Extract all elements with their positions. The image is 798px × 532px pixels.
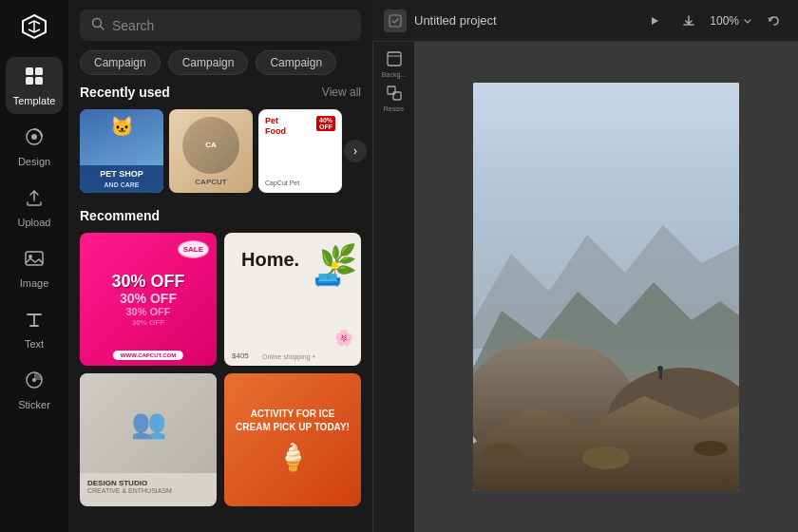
background-label: Backg... [382, 71, 406, 78]
zoom-control[interactable]: 100% [710, 14, 752, 28]
zoom-value: 100% [710, 14, 739, 28]
recommend-card-thirty-off[interactable]: 30% OFF 30% OFF 30% OFF 30% OFF WWW.CAPC… [80, 233, 217, 366]
recommend-grid: 30% OFF 30% OFF 30% OFF 30% OFF WWW.CAPC… [80, 233, 361, 506]
svg-rect-15 [393, 92, 401, 100]
panel-content: Recently used View all 🐱 PET SHOP AND CA… [68, 85, 372, 532]
svg-rect-1 [35, 67, 43, 75]
text-icon [24, 309, 45, 334]
recently-thumb-petfood[interactable]: PetFood 40%OFF CapCut Pet [258, 109, 342, 193]
view-all-link[interactable]: View all [322, 86, 361, 99]
svg-rect-2 [26, 77, 33, 85]
sticker-icon [24, 370, 45, 395]
scroll-right-arrow[interactable]: › [344, 140, 367, 162]
project-name[interactable]: Untitled project [414, 13, 634, 28]
background-tool[interactable]: Backg... [379, 49, 409, 80]
recently-thumb-pet-shop[interactable]: 🐱 PET SHOP AND CARE [80, 109, 163, 193]
svg-rect-0 [26, 67, 33, 75]
app-logo[interactable] [15, 8, 53, 46]
recommend-header: Recommend [80, 208, 361, 223]
sidebar-item-label-sticker: Sticker [18, 399, 50, 410]
recently-thumb-capcut[interactable]: CA CAPCUT [169, 109, 253, 193]
filter-chips: Campaign Campaign Campaign [68, 50, 372, 85]
template-panel: Campaign Campaign Campaign Recently used… [68, 0, 372, 532]
studio-sub: CREATIVE & ENTHUSIASM [87, 487, 209, 494]
background-icon [387, 51, 402, 69]
svg-point-23 [694, 441, 728, 456]
canvas-image [473, 83, 739, 491]
sidebar-item-template[interactable]: Template [6, 57, 63, 114]
svg-rect-12 [390, 15, 401, 27]
svg-point-24 [582, 446, 630, 469]
template-icon [24, 66, 45, 91]
svg-rect-13 [388, 52, 401, 66]
play-button[interactable] [641, 8, 668, 34]
sidebar-item-upload[interactable]: Upload [6, 179, 63, 236]
recently-used-header: Recently used View all [80, 85, 361, 100]
filter-chip-campaign2[interactable]: Campaign [168, 50, 249, 75]
download-button[interactable] [675, 8, 702, 34]
svg-point-22 [483, 444, 521, 463]
search-bar[interactable] [80, 10, 361, 41]
recommend-card-studio[interactable]: 👥 DESIGN STUDIO CREATIVE & ENTHUSIASM [80, 373, 217, 506]
sidebar-item-text[interactable]: Text [6, 300, 63, 357]
sidebar-item-design[interactable]: Design [6, 118, 63, 175]
sidebar-item-sticker[interactable]: Sticker [6, 361, 63, 418]
svg-rect-3 [35, 77, 43, 85]
svg-point-5 [31, 134, 37, 140]
sidebar-item-label-design: Design [18, 156, 50, 167]
design-icon [24, 126, 45, 152]
canvas-topbar: Untitled project 100% [372, 0, 798, 42]
recommend-card-icecream[interactable]: ACTIVITY FOR ICE CREAM PICK UP TODAY! 🍦 [224, 373, 361, 506]
sidebar-item-label-image: Image [20, 277, 49, 289]
recently-used-row: 🐱 PET SHOP AND CARE CA CAPCUT [80, 109, 361, 193]
upload-icon [24, 187, 45, 213]
canvas-viewport[interactable] [414, 42, 798, 532]
sidebar-item-label-upload: Upload [18, 217, 51, 228]
sidebar: Template Design Upload [0, 0, 68, 532]
sidebar-item-image[interactable]: Image [6, 239, 63, 296]
search-input[interactable] [112, 18, 350, 33]
filter-chip-campaign1[interactable]: Campaign [80, 50, 161, 75]
canvas-area: Untitled project 100% [372, 0, 798, 532]
resize-label: Resize [384, 105, 404, 112]
icecream-text: ACTIVITY FOR ICE CREAM PICK UP TODAY! [232, 408, 353, 434]
recently-used-title: Recently used [80, 85, 170, 100]
undo-button[interactable] [760, 8, 787, 34]
recommend-title: Recommend [80, 208, 160, 223]
svg-rect-14 [388, 86, 395, 94]
svg-point-10 [32, 378, 36, 382]
resize-icon [387, 86, 402, 104]
image-icon [24, 248, 45, 274]
svg-rect-7 [26, 252, 43, 265]
project-icon [384, 10, 407, 32]
resize-tool[interactable]: Resize [379, 84, 409, 114]
recommend-card-home[interactable]: Home. 🌿 🛋️ 🌸 $405 Online shopping + [224, 233, 361, 366]
tools-panel: Backg... Resize [372, 42, 414, 532]
svg-point-26 [657, 366, 663, 371]
filter-chip-campaign3[interactable]: Campaign [256, 50, 336, 75]
sidebar-item-label-text: Text [25, 338, 44, 350]
studio-title: DESIGN STUDIO [87, 479, 209, 487]
sidebar-item-label-template: Template [13, 95, 56, 106]
search-icon [91, 17, 104, 33]
